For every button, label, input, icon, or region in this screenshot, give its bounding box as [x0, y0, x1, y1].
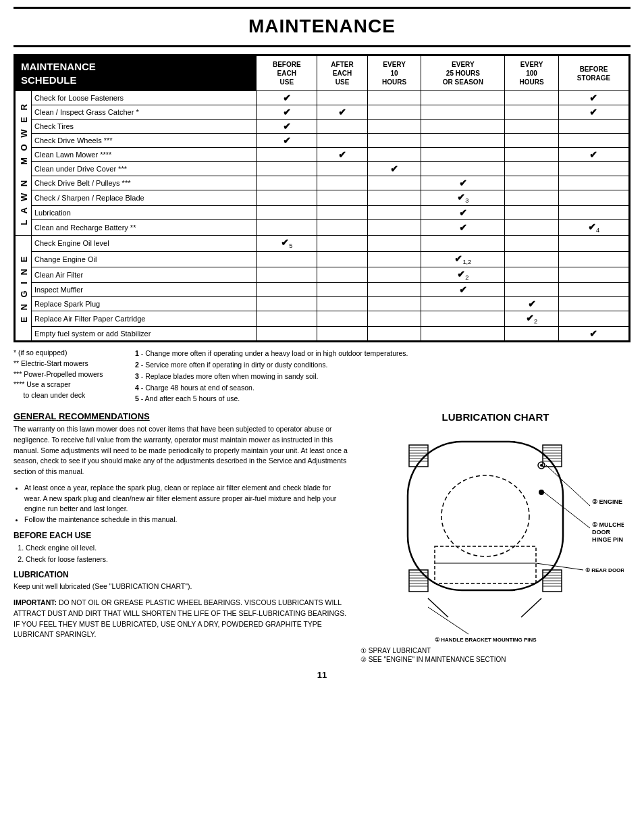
check-cell: ✔ [558, 91, 628, 105]
lub-diagram: ② ENGINE OIL ① MULCHER DOOR HINGE PIN ① … [367, 428, 624, 644]
svg-point-31 [539, 490, 544, 495]
svg-point-33 [540, 464, 543, 467]
check-cell [421, 91, 505, 105]
check-cell: ✔1,2 [421, 251, 505, 267]
check-cell [257, 327, 317, 341]
legend-item-1: ① SPRAY LUBRICANT [360, 647, 630, 654]
svg-rect-30 [435, 546, 536, 583]
check-cell [421, 105, 505, 120]
check-cell: ✔ [257, 120, 317, 134]
task-cell: Change Engine Oil [32, 251, 257, 267]
svg-point-1 [441, 475, 529, 556]
table-row: Clean Lawn Mower **** ✔ ✔ [16, 148, 629, 162]
check-cell [505, 206, 559, 220]
table-row: Clean and Recharge Battery ** ✔ ✔4 [16, 220, 629, 236]
check-cell [421, 311, 505, 326]
task-cell: Check for Loose Fasteners [32, 91, 257, 105]
table-row: Clean / Inspect Grass Catcher * ✔ ✔ ✔ [16, 105, 629, 120]
check-cell: ✔5 [257, 236, 317, 251]
bottom-section: GENERAL RECOMMENDATIONS The warranty on … [14, 411, 630, 664]
table-row: Check / Sharpen / Replace Blade ✔3 [16, 190, 629, 206]
check-cell [317, 162, 368, 176]
task-cell: Empty fuel system or add Stabilizer [32, 327, 257, 341]
check-cell [317, 282, 368, 296]
table-row: E N G I N E Check Engine Oil level ✔5 [16, 236, 629, 251]
check-cell [317, 311, 368, 326]
lub-diagram-svg: ② ENGINE OIL ① MULCHER DOOR HINGE PIN ① … [367, 428, 624, 644]
check-cell [367, 148, 421, 162]
maintenance-schedule-table: MAINTENANCESCHEDULE BEFOREEACHUSE AFTERE… [15, 55, 629, 341]
check-cell [367, 296, 421, 311]
check-cell [558, 190, 628, 206]
footnote-item: 4 - Charge 48 hours at end of season. [135, 382, 630, 394]
lubrication-important: IMPORTANT: DO NOT OIL OR GREASE PLASTIC … [14, 598, 350, 640]
task-cell: Clean / Inspect Grass Catcher * [32, 105, 257, 120]
check-cell [257, 148, 317, 162]
task-cell: Inspect Muffler [32, 282, 257, 296]
check-cell [505, 267, 559, 282]
check-cell [558, 296, 628, 311]
check-cell [317, 236, 368, 251]
footnote-item: * (if so equipped) [14, 348, 122, 359]
task-cell: Check Tires [32, 120, 257, 134]
list-item: Check engine oil level. [26, 542, 350, 554]
check-cell [558, 282, 628, 296]
task-cell: Replace Air Filter Paper Cartridge [32, 311, 257, 326]
table-row: Check Tires ✔ [16, 120, 629, 134]
svg-rect-0 [408, 442, 563, 590]
check-cell [367, 105, 421, 120]
footnote-item: 1 - Change more often if operating under… [135, 348, 630, 359]
check-cell: ✔ [421, 176, 505, 190]
check-cell [505, 120, 559, 134]
check-cell [317, 190, 368, 206]
check-cell: ✔ [558, 105, 628, 120]
check-cell [558, 176, 628, 190]
legend-item-2: ② SEE "ENGINE" IN MAINTENANCE SECTION [360, 656, 630, 663]
table-row: Replace Air Filter Paper Cartridge ✔2 [16, 311, 629, 326]
table-row: Check Drive Wheels *** ✔ [16, 134, 629, 148]
check-cell [421, 162, 505, 176]
before-each-use-list: Check engine oil level. Check for loose … [14, 542, 350, 565]
svg-line-37 [546, 465, 590, 506]
check-cell: ✔ [257, 105, 317, 120]
check-cell [558, 236, 628, 251]
check-cell [505, 190, 559, 206]
check-cell [257, 267, 317, 282]
check-cell [317, 251, 368, 267]
check-cell [421, 327, 505, 341]
check-cell [317, 134, 368, 148]
handle-bracket-label: ① HANDLE BRACKET MOUNTING PINS [435, 637, 537, 643]
mulcher-door-label3: HINGE PIN [592, 536, 623, 543]
check-cell: ✔ [421, 220, 505, 236]
check-cell: ✔2 [505, 311, 559, 326]
check-cell [367, 327, 421, 341]
lubrication-text: Keep unit well lubricated (See "LUBRICAT… [14, 581, 350, 592]
check-cell [367, 236, 421, 251]
check-cell: ✔4 [558, 220, 628, 236]
table-row: Change Engine Oil ✔1,2 [16, 251, 629, 267]
svg-line-36 [521, 598, 541, 617]
check-cell [257, 206, 317, 220]
footnotes-right: 1 - Change more often if operating under… [135, 348, 630, 405]
check-cell [257, 311, 317, 326]
check-cell: ✔2 [421, 267, 505, 282]
check-cell [421, 296, 505, 311]
section-label-lawn: L A W N M O W E R [16, 91, 32, 236]
col-every-25: EVERY25 HOURSOR SEASON [421, 56, 505, 91]
svg-line-39 [536, 563, 583, 570]
list-item: Follow the maintenance schedule in this … [24, 515, 350, 525]
footnotes-section: * (if so equipped) ** Electric-Start mow… [14, 348, 630, 405]
check-cell [505, 220, 559, 236]
col-every-100: EVERY100HOURS [505, 56, 559, 91]
task-cell: Clean under Drive Cover *** [32, 162, 257, 176]
check-cell [505, 162, 559, 176]
check-cell [505, 91, 559, 105]
check-cell [558, 162, 628, 176]
footnote-item: 5 - And after each 5 hours of use. [135, 393, 630, 405]
footnote-item: 3 - Replace blades more often when mowin… [135, 371, 630, 382]
task-cell: Check Engine Oil level [32, 236, 257, 251]
check-cell [558, 120, 628, 134]
check-cell: ✔ [257, 91, 317, 105]
table-row: Check Drive Belt / Pulleys *** ✔ [16, 176, 629, 190]
check-cell: ✔ [558, 327, 628, 341]
